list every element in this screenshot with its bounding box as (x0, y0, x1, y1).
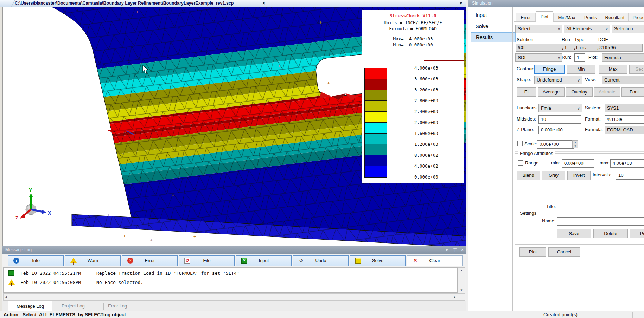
system-field[interactable]: SYS1 (605, 104, 644, 112)
log-error-button[interactable]: ✕ Error (122, 255, 178, 266)
log-input-button[interactable]: ✕ Input (236, 255, 292, 266)
system-label: System: (585, 104, 601, 112)
status-divider (505, 312, 505, 318)
legend-max: Max= 4.000e+03 (362, 36, 464, 41)
svg-text:+: + (278, 63, 281, 69)
fringe-button[interactable]: Fringe (534, 65, 565, 74)
tab-properties[interactable]: Properties (629, 13, 644, 22)
log-entry[interactable]: ! Feb 10 2022 04:56:08PM No Face selecte… (4, 278, 457, 286)
functions-dropdown[interactable]: Fmla∨ (538, 104, 582, 112)
scale-field[interactable]: 0.00e+00 (537, 140, 574, 149)
element-filter-dropdown[interactable]: All Elements∨ (564, 25, 610, 33)
plot-title-label: Title: (546, 203, 556, 210)
legend-scale-label: 4.000e+02 (414, 163, 457, 169)
min-label: min: (551, 159, 560, 167)
legend-scale-label: 2.800e+03 (414, 98, 457, 103)
gray-button[interactable]: Gray (542, 171, 565, 180)
et-button[interactable]: Et (517, 87, 536, 97)
log-info-button[interactable]: i Info (8, 255, 64, 266)
log-vertical-scrollbar[interactable]: ▲ ▼ (458, 267, 465, 293)
run-field[interactable]: 1 (574, 53, 585, 62)
selection-dropdown[interactable]: Selection (612, 25, 644, 33)
tabstrip-underline (514, 21, 644, 22)
formula-field[interactable]: FORMLOAD (605, 126, 644, 134)
window-menu-caret-icon[interactable]: ▼ (459, 1, 463, 5)
font-button[interactable]: Font (621, 87, 644, 97)
scroll-down-icon[interactable]: ▼ (458, 287, 465, 293)
scroll-left-icon[interactable]: ◄ (4, 294, 7, 300)
log-warn-button[interactable]: ! Warn (65, 255, 121, 266)
plot-type-dropdown[interactable]: Formula (602, 53, 644, 62)
midsides-field[interactable]: 10 (538, 115, 581, 124)
close-icon[interactable]: ✕ (261, 1, 267, 6)
log-solve-button[interactable]: Solve (350, 255, 406, 266)
log-file-button[interactable]: Ø File (179, 255, 235, 266)
average-button[interactable]: Average (538, 87, 565, 97)
legend-scale-label: 3.200e+03 (414, 87, 457, 92)
blend-button[interactable]: Blend (517, 171, 540, 180)
tab-plot[interactable]: Plot (536, 11, 553, 22)
tab-resultant[interactable]: Resultant (601, 13, 629, 22)
plot-button[interactable]: Plot (519, 247, 546, 257)
sidebar-item-input[interactable]: Input (471, 11, 515, 20)
save-button[interactable]: Save (557, 229, 591, 238)
zplane-field[interactable]: 0.000e+00 (538, 126, 581, 134)
max-button[interactable]: Max (599, 65, 627, 74)
tab-project-log[interactable]: Project Log (62, 301, 85, 311)
solution-list-row[interactable]: SOL ,1 ,Lin. ,310596 (516, 44, 643, 52)
shape-dropdown[interactable]: Undeformed∨ (534, 76, 582, 84)
model-viewport[interactable]: +++ +++ +++ Y X Z Stress (3, 7, 466, 246)
close-icon[interactable]: ✕ (461, 246, 464, 254)
sidebar-item-solve[interactable]: Solve (471, 22, 515, 31)
tab-error[interactable]: Error (516, 13, 536, 22)
range-checkbox[interactable] (518, 160, 523, 166)
delete-button[interactable]: Delete (593, 229, 628, 238)
log-clear-button[interactable]: ✕ Clear (407, 255, 463, 266)
view-dropdown[interactable]: Current (602, 76, 644, 84)
select-mode-dropdown[interactable]: Select∨ (515, 25, 562, 33)
legend-color-9 (364, 166, 387, 178)
cancel-button[interactable]: Cancel (548, 247, 580, 257)
chevron-down-icon: ∨ (605, 25, 608, 33)
intervals-field[interactable]: 10 (616, 171, 644, 180)
formula-label: Formula: (585, 126, 603, 134)
status-divider (632, 312, 633, 318)
scale-checkbox[interactable] (517, 141, 523, 146)
run-col-header: Run (562, 36, 570, 44)
panel-caret-icon[interactable]: ▼ (445, 246, 449, 254)
spin-up-icon[interactable]: ▲ (572, 140, 578, 144)
purge-button[interactable]: Purge (630, 229, 644, 238)
pin-icon[interactable]: ⊤ (453, 246, 457, 254)
input-cube-icon: ✕ (241, 258, 247, 264)
spin-down-icon[interactable]: ▼ (572, 144, 578, 148)
run-label: Run: (562, 53, 571, 61)
range-max-field[interactable]: 4.00e+03 (610, 159, 644, 168)
range-min-field[interactable]: 0.00e+00 (562, 159, 594, 168)
log-horizontal-scrollbar[interactable]: ◄ ► (3, 293, 465, 301)
overlay-button[interactable]: Overlay (566, 87, 593, 97)
scroll-up-icon[interactable]: ▲ (458, 268, 465, 273)
tab-message-log[interactable]: Message Log (8, 301, 52, 311)
log-entry[interactable]: Feb 10 2022 04:55:21PM Replace Traction … (4, 269, 457, 277)
invert-button[interactable]: Invert (567, 171, 591, 180)
clear-x-icon: ✕ (412, 258, 418, 264)
sidebar-item-results[interactable]: Results (471, 32, 516, 42)
svg-text:+: + (172, 193, 174, 198)
log-entries-list[interactable]: Feb 10 2022 04:55:21PM Replace Traction … (3, 267, 458, 293)
min-button[interactable]: Min (567, 65, 595, 74)
scale-spinner[interactable]: ▲ ▼ (572, 140, 578, 149)
title-tab-edge (7, 0, 15, 7)
solution-combo[interactable]: SOL∨ (515, 53, 562, 62)
scroll-right-icon[interactable]: ► (453, 294, 457, 300)
results-tabstrip: Error Plot Min/Max Points Resultant Prop… (514, 11, 644, 21)
log-undo-button[interactable]: ↺ Undo (293, 255, 349, 266)
settings-name-field[interactable] (557, 217, 644, 226)
plot-title-field[interactable] (560, 203, 644, 211)
format-field[interactable]: %11.3e (605, 115, 644, 124)
tab-minmax[interactable]: Min/Max (553, 13, 580, 22)
tab-error-log[interactable]: Error Log (108, 301, 127, 311)
view-label: View: (585, 76, 596, 84)
tab-points[interactable]: Points (580, 13, 601, 22)
legend-color-4 (364, 111, 387, 123)
result-legend: StressCheck V11.0 Units = INCH/LBF/SEC/F… (362, 10, 464, 183)
